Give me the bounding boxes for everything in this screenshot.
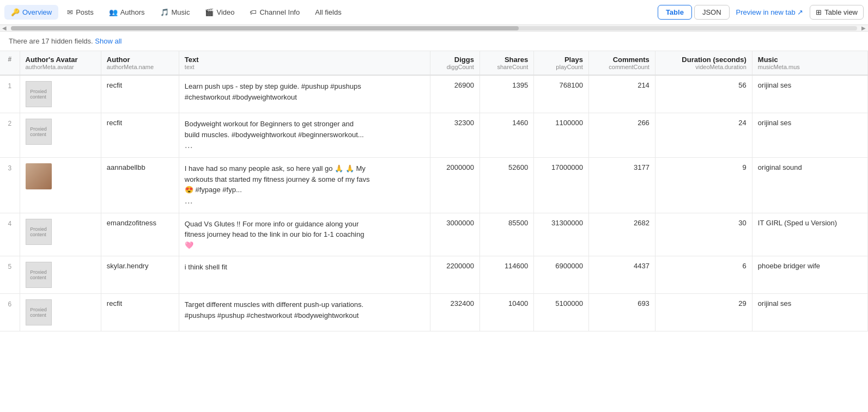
horizontal-scrollbar[interactable]: ◀ ▶: [0, 25, 868, 32]
row-num: 2: [0, 113, 20, 158]
row-plays: 768100: [534, 75, 589, 113]
data-table: # Author's Avatar authorMeta.avatar Auth…: [0, 51, 868, 331]
table-view-button[interactable]: ⊞ Table view: [810, 5, 864, 20]
row-num: 5: [0, 256, 20, 294]
row-comments: 2682: [588, 213, 655, 256]
tab-posts-label: Posts: [76, 8, 94, 16]
show-all-link[interactable]: Show all: [95, 37, 122, 45]
music-icon: 🎵: [160, 8, 169, 16]
row-plays: 17000000: [534, 158, 589, 213]
row-music: orijinal ses: [752, 294, 867, 331]
tab-video-label: Video: [216, 8, 234, 16]
row-duration: 6: [655, 256, 752, 294]
row-num: 6: [0, 294, 20, 331]
row-comments: 266: [588, 113, 655, 158]
row-comments: 693: [588, 294, 655, 331]
video-icon: 🎬: [205, 8, 214, 16]
table-row: 3aannabellbbI have had so many people as…: [0, 158, 868, 213]
avatar-proxied: Proxiedcontent: [26, 81, 52, 107]
row-plays: 31300000: [534, 213, 589, 256]
row-author: recfit: [101, 294, 179, 331]
tab-overview-label: Overview: [22, 8, 52, 16]
row-author: emandzofitness: [101, 213, 179, 256]
row-diggs: 3000000: [430, 213, 479, 256]
row-avatar-cell: Proxiedcontent: [20, 75, 101, 113]
avatar-proxied: Proxiedcontent: [26, 262, 52, 288]
row-text: i think shell fit: [179, 256, 430, 294]
text-ellipsis[interactable]: ···: [185, 198, 424, 207]
table-row: 2ProxiedcontentrecfitBodyweight workout …: [0, 113, 868, 158]
json-button-label: JSON: [702, 8, 721, 16]
table-grid-icon: ⊞: [816, 8, 822, 16]
row-duration: 56: [655, 75, 752, 113]
row-num: 3: [0, 158, 20, 213]
row-duration: 9: [655, 158, 752, 213]
row-text: I have had so many people ask, so here y…: [179, 158, 430, 213]
row-avatar-cell: Proxiedcontent: [20, 256, 101, 294]
row-diggs: 232400: [430, 294, 479, 331]
text-ellipsis[interactable]: ···: [185, 142, 424, 152]
tab-music-label: Music: [172, 8, 190, 16]
preview-new-tab-link[interactable]: Preview in new tab ↗: [732, 5, 808, 19]
row-music: original sound: [752, 158, 867, 213]
tag-icon: 🏷: [250, 8, 257, 16]
tab-overview[interactable]: 🔑 Overview: [4, 5, 58, 20]
avatar-image: [26, 163, 52, 189]
row-text: Learn push ups - step by step guide. #pu…: [179, 75, 430, 113]
tab-music[interactable]: 🎵 Music: [154, 5, 197, 20]
row-duration: 29: [655, 294, 752, 331]
row-author: aannabellbb: [101, 158, 179, 213]
tab-all-fields[interactable]: All fields: [308, 5, 348, 20]
row-shares: 1460: [479, 113, 533, 158]
row-diggs: 26900: [430, 75, 479, 113]
row-avatar-cell: Proxiedcontent: [20, 213, 101, 256]
table-button-label: Table: [666, 8, 684, 16]
col-header-music: Music musicMeta.mus: [752, 51, 867, 75]
mail-icon: ✉: [67, 8, 73, 16]
scroll-track: [11, 26, 857, 30]
row-diggs: 2000000: [430, 158, 479, 213]
avatar-proxied: Proxiedcontent: [26, 119, 52, 145]
hidden-fields-message: There are 17 hidden fields.: [9, 37, 93, 45]
row-duration: 30: [655, 213, 752, 256]
row-text: Quad Vs Glutes !! For more info or guida…: [179, 213, 430, 256]
tab-video[interactable]: 🎬 Video: [198, 5, 241, 20]
tab-authors[interactable]: 👥 Authors: [102, 5, 151, 20]
row-avatar-cell: [20, 158, 101, 213]
col-header-num: #: [0, 51, 20, 75]
row-author: recfit: [101, 75, 179, 113]
col-header-duration: Duration (seconds) videoMeta.duration: [655, 51, 752, 75]
row-shares: 52600: [479, 158, 533, 213]
json-button[interactable]: JSON: [694, 5, 730, 20]
tab-channel-info-label: Channel Info: [259, 8, 300, 16]
row-avatar-cell: Proxiedcontent: [20, 294, 101, 331]
tab-posts[interactable]: ✉ Posts: [60, 5, 100, 20]
row-comments: 3177: [588, 158, 655, 213]
col-header-shares: Shares shareCount: [479, 51, 533, 75]
tab-bar: 🔑 Overview ✉ Posts 👥 Authors 🎵 Music 🎬 V…: [0, 0, 868, 25]
row-text: Target different muscles with different …: [179, 294, 430, 331]
scroll-thumb: [11, 26, 519, 30]
row-duration: 24: [655, 113, 752, 158]
row-num: 4: [0, 213, 20, 256]
key-icon: 🔑: [11, 8, 20, 16]
row-plays: 6900000: [534, 256, 589, 294]
row-num: 1: [0, 75, 20, 113]
col-header-text: Text text: [179, 51, 430, 75]
row-music: IT GIRL (Sped u Version): [752, 213, 867, 256]
row-comments: 4437: [588, 256, 655, 294]
table-row: 1ProxiedcontentrecfitLearn push ups - st…: [0, 75, 868, 113]
avatar-proxied: Proxiedcontent: [26, 299, 52, 325]
row-text: Bodyweight workout for Beginners to get …: [179, 113, 430, 158]
tab-authors-label: Authors: [120, 8, 145, 16]
row-shares: 10400: [479, 294, 533, 331]
tab-channel-info[interactable]: 🏷 Channel Info: [243, 5, 306, 20]
col-header-plays: Plays playCount: [534, 51, 589, 75]
table-row: 4ProxiedcontentemandzofitnessQuad Vs Glu…: [0, 213, 868, 256]
row-music: phoebe bridger wife: [752, 256, 867, 294]
table-button[interactable]: Table: [658, 5, 692, 20]
people-icon: 👥: [109, 8, 118, 16]
col-header-avatar: Author's Avatar authorMeta.avatar: [20, 51, 101, 75]
row-music: orijinal ses: [752, 75, 867, 113]
row-avatar-cell: Proxiedcontent: [20, 113, 101, 158]
